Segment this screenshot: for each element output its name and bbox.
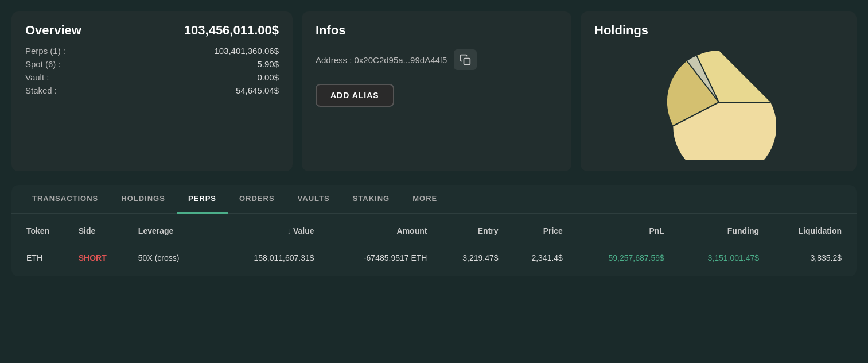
address-text: Address : 0x20C2d95a...99dA44f5 [316,55,447,65]
svg-rect-0 [464,59,470,65]
overview-title: Overview [25,23,81,38]
col-price: Price [504,218,569,244]
table-row: ETHSHORT50X (cross)158,011,607.31$-67485… [21,244,847,272]
tab-orders[interactable]: ORDERS [228,185,286,214]
copy-button[interactable] [454,49,477,70]
col-leverage: Leverage [133,218,212,244]
overview-row: Spot (6) :5.90$ [25,59,279,69]
tab-more[interactable]: MORE [401,185,449,214]
col-side: Side [73,218,133,244]
table-container: TokenSideLeverage↓ ValueAmountEntryPrice… [11,214,857,276]
infos-title: Infos [316,23,558,38]
address-row: Address : 0x20C2d95a...99dA44f5 [316,49,558,70]
tab-perps[interactable]: PERPS [177,185,228,214]
col-liquidation: Liquidation [765,218,847,244]
overview-row: Vault :0.00$ [25,72,279,82]
add-alias-button[interactable]: ADD ALIAS [316,84,394,107]
infos-card: Infos Address : 0x20C2d95a...99dA44f5 AD… [302,11,571,171]
holdings-title: Holdings [594,23,843,38]
overview-row: Perps (1) :103,401,360.06$ [25,46,279,56]
tabs-container: TRANSACTIONSHOLDINGSPERPSORDERSVAULTSSTA… [11,185,857,214]
tab-vaults[interactable]: VAULTS [286,185,341,214]
overview-row: Staked :54,645.04$ [25,86,279,95]
overview-card: Overview 103,456,011.00$ Perps (1) :103,… [11,11,293,171]
col---value: ↓ Value [212,218,320,244]
tab-holdings[interactable]: HOLDINGS [110,185,177,214]
col-funding: Funding [670,218,765,244]
perps-table: TokenSideLeverage↓ ValueAmountEntryPrice… [21,218,847,272]
chart-container [594,45,843,160]
col-token: Token [21,218,73,244]
holdings-card: Holdings [581,11,857,171]
bottom-section: TRANSACTIONSHOLDINGSPERPSORDERSVAULTSSTA… [11,185,857,276]
tab-staking[interactable]: STAKING [341,185,402,214]
tab-transactions[interactable]: TRANSACTIONS [21,185,110,214]
col-entry: Entry [433,218,504,244]
holdings-chart [661,45,776,160]
col-pnl: PnL [569,218,670,244]
overview-total: 103,456,011.00$ [184,23,279,38]
col-amount: Amount [320,218,433,244]
